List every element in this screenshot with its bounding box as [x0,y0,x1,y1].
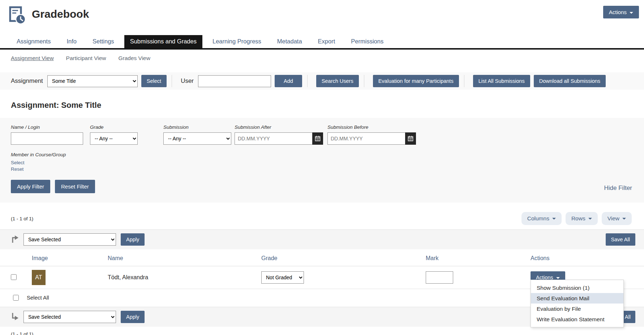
submission-after-input[interactable] [235,132,312,145]
tab-export[interactable]: Export [312,35,341,48]
view-dropdown-button[interactable]: View [602,212,632,225]
row-checkbox[interactable] [11,274,17,280]
page-actions-button[interactable]: Actions [603,6,639,18]
participant-name: Tödt, Alexandra [108,274,261,281]
menu-item-show-submission[interactable]: Show Submission (1) [531,283,623,293]
grade-filter-select[interactable]: -- Any -- [90,132,138,145]
chevron-down-icon [556,277,560,279]
row-actions-menu: Show Submission (1) Send Evaluation Mail… [531,280,624,327]
tab-assignments[interactable]: Assignments [11,35,56,48]
submission-filter-select[interactable]: -- Any -- [163,132,231,145]
tab-bar: Assignments Info Settings Submissions an… [0,35,644,50]
member-reset-link[interactable]: Reset [11,166,23,172]
toolbar-divider [364,75,364,87]
select-assignment-button[interactable]: Select [141,75,167,87]
arrow-down-right-icon [11,313,19,322]
page-header: Gradebook [0,0,644,26]
column-header-image[interactable]: Image [32,249,108,266]
bulk-actions-top: Save Selected Apply Save All [0,230,644,249]
submission-after-label: Submission After [235,124,323,130]
name-login-input[interactable] [11,132,83,145]
evaluation-many-participants-button[interactable]: Evaluation for many Participants [373,75,459,87]
table-header-row: Image Name Grade Mark Actions [0,249,644,266]
column-header-mark[interactable]: Mark [426,249,531,266]
rows-dropdown-button[interactable]: Rows [566,212,598,225]
subtab-participant-view[interactable]: Participant View [66,55,106,62]
filter-field-name-login: Name / Login [11,124,83,145]
reset-filter-button[interactable]: Reset Filter [55,180,95,193]
filter-field-grade: Grade -- Any -- [90,124,138,145]
menu-item-write-evaluation-statement[interactable]: Write Evaluation Statement [531,314,623,325]
select-all-checkbox[interactable] [13,295,19,301]
name-login-label: Name / Login [11,124,83,130]
table-controls: (1 - 1 of 1) Columns Rows View [0,203,644,229]
gradebook-icon [9,6,26,26]
hide-filter-link[interactable]: Hide Filter [604,185,632,192]
pagination-bottom: (1 - 1 of 1) [0,327,644,335]
assignment-select[interactable]: Some Title [47,75,138,87]
mark-input[interactable] [426,271,453,284]
select-all-label: Select All [27,294,49,301]
submission-before-calendar-button[interactable] [405,132,416,145]
toolbar-divider [172,75,172,87]
column-header-actions[interactable]: Actions [531,249,644,266]
column-header-name[interactable]: Name [108,249,261,266]
submission-filter-label: Submission [163,124,231,130]
download-all-submissions-button[interactable]: Download all Submissions [534,75,606,87]
assignment-heading: Assignment: Some Title [11,101,633,110]
subtab-assignment-view[interactable]: Assignment View [11,55,54,62]
filter-section: Name / Login Grade -- Any -- Submission … [0,118,644,203]
grade-filter-label: Grade [90,124,138,130]
header-spacer [11,253,32,263]
tab-info[interactable]: Info [61,35,82,48]
assignment-label: Assignment [11,77,43,85]
menu-item-evaluation-by-file[interactable]: Evaluation by File [531,304,623,314]
apply-bulk-top-button[interactable]: Apply [121,233,145,246]
grade-select[interactable]: Not Graded [261,271,304,284]
submission-before-input[interactable] [327,132,405,145]
toolbar: Assignment Some Title Select User Add Se… [0,72,644,90]
calendar-icon [408,136,413,141]
bulk-action-select-top[interactable]: Save Selected [23,233,116,246]
tab-permissions[interactable]: Permissions [345,35,389,48]
pagination-top: (1 - 1 of 1) [11,216,33,221]
bulk-action-select-bottom[interactable]: Save Selected [23,311,116,323]
arrow-up-right-icon [11,235,19,244]
subtab-grades-view[interactable]: Grades View [118,55,150,62]
toolbar-divider [307,75,308,87]
subtab-bar: Assignment View Participant View Grades … [0,50,644,62]
chevron-down-icon [588,218,592,220]
chevron-down-icon [552,218,556,220]
user-label: User [181,77,194,85]
tab-settings[interactable]: Settings [87,35,120,48]
apply-filter-button[interactable]: Apply Filter [11,180,50,193]
calendar-icon [315,136,321,141]
column-header-grade[interactable]: Grade [261,249,426,266]
list-all-submissions-button[interactable]: List All Submissions [473,75,530,87]
tab-learning-progress[interactable]: Learning Progress [207,35,267,48]
chevron-down-icon [622,218,626,220]
menu-item-send-evaluation-mail[interactable]: Send Evaluation Mail [531,293,623,304]
filter-field-submission-before: Submission Before [327,124,416,145]
filter-field-submission-after: Submission After [235,124,323,145]
search-users-button[interactable]: Search Users [316,75,359,87]
member-select-link[interactable]: Select [11,160,25,165]
user-input[interactable] [198,75,271,87]
toolbar-divider [464,75,464,87]
chevron-down-icon [630,12,633,14]
apply-bulk-bottom-button[interactable]: Apply [121,311,145,323]
submission-after-calendar-button[interactable] [312,132,323,145]
page-title: Gradebook [32,8,89,20]
tab-submissions-and-grades[interactable]: Submissions and Grades [124,35,202,48]
filter-field-submission: Submission -- Any -- [163,124,231,145]
tab-metadata[interactable]: Metadata [271,35,308,48]
save-all-top-button[interactable]: Save All [606,233,635,246]
submission-before-label: Submission Before [327,124,416,130]
columns-dropdown-button[interactable]: Columns [521,212,562,225]
avatar: AT [32,270,46,285]
member-course-group-label: Member in Course/Group [11,152,633,157]
add-user-button[interactable]: Add [275,75,302,87]
